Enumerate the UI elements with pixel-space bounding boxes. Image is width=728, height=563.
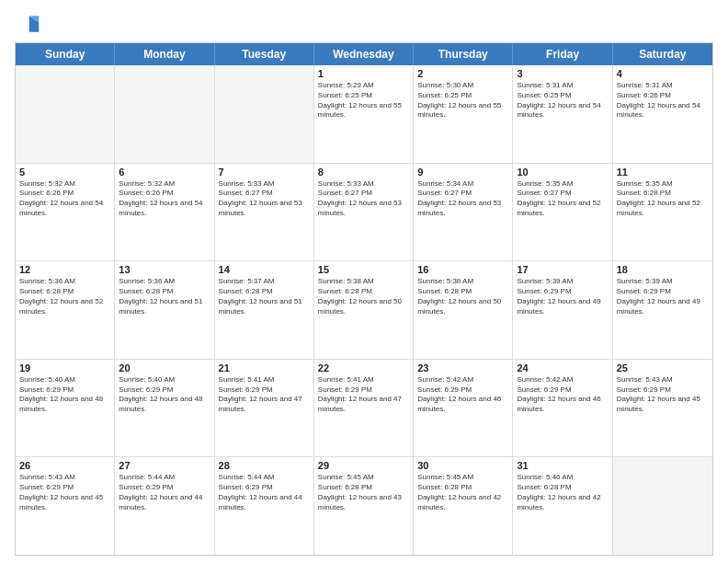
header-cell-saturday: Saturday [613, 43, 712, 65]
day-number: 6 [119, 167, 210, 178]
day-cell-14: 14Sunrise: 5:37 AM Sunset: 6:28 PM Dayli… [215, 261, 314, 359]
cell-info: Sunrise: 5:43 AM Sunset: 6:29 PM Dayligh… [19, 473, 110, 512]
day-cell-16: 16Sunrise: 5:38 AM Sunset: 6:28 PM Dayli… [414, 261, 513, 359]
page: SundayMondayTuesdayWednesdayThursdayFrid… [0, 0, 728, 563]
day-cell-25: 25Sunrise: 5:43 AM Sunset: 6:29 PM Dayli… [613, 360, 712, 457]
day-number: 30 [417, 460, 508, 471]
day-cell-12: 12Sunrise: 5:36 AM Sunset: 6:28 PM Dayli… [16, 261, 115, 359]
day-number: 13 [119, 264, 210, 275]
day-cell-empty [215, 65, 314, 163]
day-cell-6: 6Sunrise: 5:32 AM Sunset: 6:26 PM Daylig… [115, 164, 214, 261]
day-cell-empty [16, 65, 115, 163]
cell-info: Sunrise: 5:33 AM Sunset: 6:27 PM Dayligh… [318, 179, 409, 219]
cell-info: Sunrise: 5:37 AM Sunset: 6:28 PM Dayligh… [219, 277, 310, 316]
day-number: 10 [517, 167, 608, 178]
day-number: 23 [417, 362, 508, 373]
day-cell-18: 18Sunrise: 5:39 AM Sunset: 6:29 PM Dayli… [613, 261, 712, 359]
header-cell-thursday: Thursday [414, 43, 513, 65]
header-cell-wednesday: Wednesday [314, 43, 414, 65]
day-number: 29 [318, 460, 409, 471]
day-number: 3 [517, 68, 608, 79]
day-number: 7 [219, 167, 310, 178]
cell-info: Sunrise: 5:32 AM Sunset: 6:26 PM Dayligh… [119, 179, 210, 219]
cell-info: Sunrise: 5:34 AM Sunset: 6:27 PM Dayligh… [417, 179, 508, 219]
calendar-header: SundayMondayTuesdayWednesdayThursdayFrid… [16, 43, 712, 65]
header-cell-tuesday: Tuesday [215, 43, 314, 65]
day-cell-29: 29Sunrise: 5:45 AM Sunset: 6:28 PM Dayli… [314, 457, 414, 555]
day-number: 22 [318, 362, 409, 373]
cell-info: Sunrise: 5:39 AM Sunset: 6:29 PM Dayligh… [517, 277, 608, 316]
day-cell-4: 4Sunrise: 5:31 AM Sunset: 6:26 PM Daylig… [613, 65, 712, 163]
day-cell-8: 8Sunrise: 5:33 AM Sunset: 6:27 PM Daylig… [314, 164, 414, 261]
day-cell-3: 3Sunrise: 5:31 AM Sunset: 6:25 PM Daylig… [513, 65, 612, 163]
day-cell-23: 23Sunrise: 5:42 AM Sunset: 6:29 PM Dayli… [414, 360, 513, 457]
cell-info: Sunrise: 5:35 AM Sunset: 6:27 PM Dayligh… [517, 179, 608, 219]
day-number: 20 [119, 362, 210, 373]
day-cell-31: 31Sunrise: 5:46 AM Sunset: 6:28 PM Dayli… [513, 457, 612, 555]
calendar: SundayMondayTuesdayWednesdayThursdayFrid… [15, 42, 713, 556]
day-number: 26 [19, 460, 110, 471]
day-cell-19: 19Sunrise: 5:40 AM Sunset: 6:29 PM Dayli… [16, 360, 115, 457]
day-cell-empty [613, 457, 712, 555]
day-number: 27 [119, 460, 210, 471]
week-row-4: 19Sunrise: 5:40 AM Sunset: 6:29 PM Dayli… [16, 360, 712, 458]
day-number: 17 [517, 264, 608, 275]
cell-info: Sunrise: 5:42 AM Sunset: 6:29 PM Dayligh… [517, 375, 608, 415]
day-cell-11: 11Sunrise: 5:35 AM Sunset: 6:28 PM Dayli… [613, 164, 712, 261]
day-cell-21: 21Sunrise: 5:41 AM Sunset: 6:29 PM Dayli… [215, 360, 314, 457]
day-cell-2: 2Sunrise: 5:30 AM Sunset: 6:25 PM Daylig… [414, 65, 513, 163]
day-number: 21 [219, 362, 310, 373]
day-number: 2 [417, 68, 508, 79]
day-number: 25 [617, 362, 709, 373]
cell-info: Sunrise: 5:39 AM Sunset: 6:29 PM Dayligh… [617, 277, 709, 316]
day-number: 24 [517, 362, 608, 373]
cell-info: Sunrise: 5:30 AM Sunset: 6:25 PM Dayligh… [417, 81, 508, 121]
day-number: 4 [617, 68, 709, 79]
cell-info: Sunrise: 5:38 AM Sunset: 6:28 PM Dayligh… [318, 277, 409, 316]
day-cell-17: 17Sunrise: 5:39 AM Sunset: 6:29 PM Dayli… [513, 261, 612, 359]
day-number: 31 [517, 460, 608, 471]
cell-info: Sunrise: 5:45 AM Sunset: 6:28 PM Dayligh… [417, 473, 508, 512]
day-cell-9: 9Sunrise: 5:34 AM Sunset: 6:27 PM Daylig… [414, 164, 513, 261]
cell-info: Sunrise: 5:46 AM Sunset: 6:28 PM Dayligh… [517, 473, 608, 512]
day-number: 14 [219, 264, 310, 275]
day-cell-30: 30Sunrise: 5:45 AM Sunset: 6:28 PM Dayli… [414, 457, 513, 555]
day-number: 8 [318, 167, 409, 178]
logo-icon [15, 11, 40, 37]
day-number: 11 [617, 167, 709, 178]
day-number: 5 [19, 167, 110, 178]
day-cell-24: 24Sunrise: 5:42 AM Sunset: 6:29 PM Dayli… [513, 360, 612, 457]
day-number: 1 [318, 68, 409, 79]
week-row-5: 26Sunrise: 5:43 AM Sunset: 6:29 PM Dayli… [16, 457, 712, 555]
day-number: 18 [617, 264, 709, 275]
week-row-2: 5Sunrise: 5:32 AM Sunset: 6:26 PM Daylig… [16, 164, 712, 262]
day-cell-13: 13Sunrise: 5:36 AM Sunset: 6:28 PM Dayli… [115, 261, 214, 359]
day-number: 15 [318, 264, 409, 275]
day-number: 16 [417, 264, 508, 275]
cell-info: Sunrise: 5:35 AM Sunset: 6:28 PM Dayligh… [617, 179, 709, 219]
cell-info: Sunrise: 5:43 AM Sunset: 6:29 PM Dayligh… [617, 375, 709, 415]
day-cell-20: 20Sunrise: 5:40 AM Sunset: 6:29 PM Dayli… [115, 360, 214, 457]
header-cell-monday: Monday [115, 43, 214, 65]
cell-info: Sunrise: 5:36 AM Sunset: 6:28 PM Dayligh… [119, 277, 210, 316]
day-cell-27: 27Sunrise: 5:44 AM Sunset: 6:29 PM Dayli… [115, 457, 214, 555]
cell-info: Sunrise: 5:40 AM Sunset: 6:29 PM Dayligh… [19, 375, 110, 415]
week-row-3: 12Sunrise: 5:36 AM Sunset: 6:28 PM Dayli… [16, 261, 712, 360]
day-number: 9 [417, 167, 508, 178]
cell-info: Sunrise: 5:38 AM Sunset: 6:28 PM Dayligh… [417, 277, 508, 316]
header [15, 11, 713, 37]
header-cell-friday: Friday [513, 43, 612, 65]
day-number: 12 [19, 264, 110, 275]
day-cell-7: 7Sunrise: 5:33 AM Sunset: 6:27 PM Daylig… [215, 164, 314, 261]
day-cell-5: 5Sunrise: 5:32 AM Sunset: 6:26 PM Daylig… [16, 164, 115, 261]
cell-info: Sunrise: 5:36 AM Sunset: 6:28 PM Dayligh… [19, 277, 110, 316]
day-cell-empty [115, 65, 214, 163]
cell-info: Sunrise: 5:44 AM Sunset: 6:29 PM Dayligh… [219, 473, 310, 512]
week-row-1: 1Sunrise: 5:29 AM Sunset: 6:25 PM Daylig… [16, 65, 712, 164]
cell-info: Sunrise: 5:45 AM Sunset: 6:28 PM Dayligh… [318, 473, 409, 512]
cell-info: Sunrise: 5:41 AM Sunset: 6:29 PM Dayligh… [219, 375, 310, 415]
cell-info: Sunrise: 5:42 AM Sunset: 6:29 PM Dayligh… [417, 375, 508, 415]
cell-info: Sunrise: 5:40 AM Sunset: 6:29 PM Dayligh… [119, 375, 210, 415]
day-cell-15: 15Sunrise: 5:38 AM Sunset: 6:28 PM Dayli… [314, 261, 414, 359]
day-cell-26: 26Sunrise: 5:43 AM Sunset: 6:29 PM Dayli… [16, 457, 115, 555]
